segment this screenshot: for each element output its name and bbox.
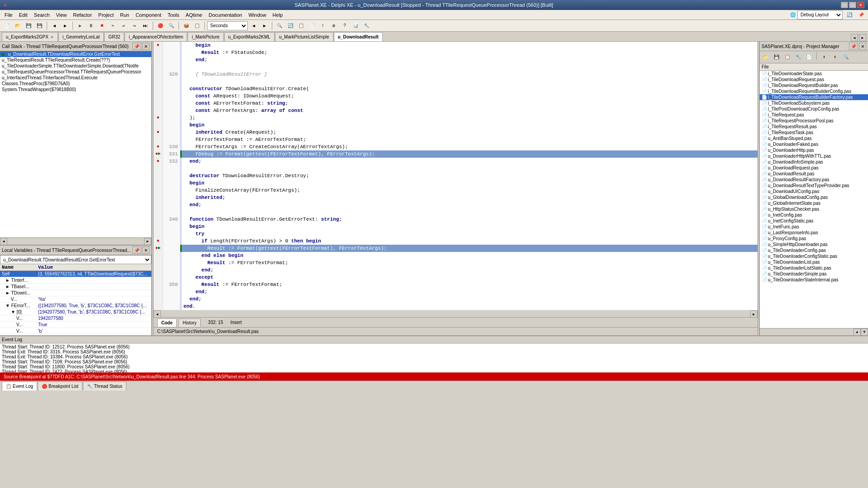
tree-item-10[interactable]: 📄 i_TileRequestTask.pas — [760, 130, 868, 135]
tb-new[interactable]: 📄 — [2, 21, 12, 31]
gutter-cell[interactable] — [154, 63, 163, 71]
code-text[interactable]: end; — [182, 201, 757, 208]
bottom-tab-event-log[interactable]: 📋 Event Log — [2, 382, 37, 391]
tb-call-stack[interactable]: 📋 — [192, 21, 202, 31]
tab-mark-picture-list[interactable]: u_MarkPictureListSimple — [275, 32, 333, 41]
tree-item-12[interactable]: 📄 u_DownloaderFaked.pas — [760, 141, 868, 147]
code-text[interactable]: except — [182, 274, 757, 281]
code-tab-code[interactable]: Code — [157, 319, 177, 327]
menu-file[interactable]: File — [2, 11, 15, 19]
code-text[interactable]: Result := FErrorTextFormat; — [182, 259, 757, 266]
code-text[interactable]: end; — [182, 288, 757, 295]
gutter-cell[interactable] — [154, 216, 163, 223]
gutter-cell[interactable] — [154, 71, 163, 78]
menu-refactor[interactable]: Refactor — [70, 11, 95, 19]
tb-paste[interactable]: 📄 — [307, 21, 317, 31]
code-text[interactable]: begin — [182, 42, 757, 49]
pm-tb-1[interactable]: 📁 — [761, 52, 771, 62]
gutter-cell[interactable] — [154, 223, 163, 230]
menu-component[interactable]: Component — [133, 11, 164, 19]
tree-item-35[interactable]: 📄 u_TileDownloaderStateInternal.pas — [760, 277, 868, 283]
code-text[interactable] — [182, 63, 757, 71]
debug-layout-select[interactable]: Debug Layout — [797, 10, 843, 19]
tab-appearance[interactable]: i_AppearanceOfVectorItem — [125, 32, 187, 41]
tab-download-result[interactable]: u_DownloadResult — [334, 32, 383, 41]
cs-item-0[interactable]: ▶ u_DownloadResult.TDownloadResultError.… — [0, 51, 151, 57]
code-text[interactable]: inherited Create(ARequest); — [182, 129, 757, 136]
tree-item-3[interactable]: 📄 i_TileDownloadRequestBuilderConfig.pas — [760, 88, 868, 94]
tree-item-7[interactable]: 📄 i_TileRequest.pas — [760, 112, 868, 118]
tb-open[interactable]: 📂 — [13, 21, 23, 31]
tree-item-21[interactable]: 📄 u_GlobalDownloadConfig.pas — [760, 194, 868, 200]
code-text[interactable]: try — [182, 230, 757, 237]
code-text[interactable]: Result := Format(gettext(FErrorTextForma… — [182, 245, 757, 252]
gutter-cell[interactable] — [154, 295, 163, 303]
tree-item-28[interactable]: 📄 u_ProxyConfig.pas — [760, 236, 868, 242]
tb-config[interactable]: ⚙ — [329, 21, 339, 31]
tabs-scroll-right[interactable]: ▶ — [859, 34, 866, 41]
code-text[interactable] — [182, 208, 757, 216]
tab-close-0[interactable]: ✕ — [50, 35, 54, 39]
locals-row-0[interactable]: ▼ [0] {1942077580, True, 'Ь', $73C1C08C,… — [0, 309, 151, 315]
gutter-cell[interactable] — [154, 230, 163, 237]
call-stack-close[interactable]: ✕ — [142, 43, 149, 50]
gutter-cell[interactable] — [154, 165, 163, 172]
tb-save[interactable]: 💾 — [24, 21, 34, 31]
code-text[interactable]: begin — [182, 223, 757, 230]
tree-item-2[interactable]: 📄 i_TileDownloadRequestBuilder.pas — [760, 82, 868, 88]
menu-run[interactable]: Run — [117, 11, 132, 19]
gutter-cell[interactable] — [154, 56, 163, 63]
gutter-cell[interactable] — [154, 172, 163, 179]
gutter-cell[interactable] — [154, 100, 163, 107]
cs-item-4[interactable]: u_InterfacedThread.TInterfacedThread.Exe… — [0, 75, 151, 81]
code-text[interactable]: const AErrorTextFormat: string; — [182, 100, 757, 107]
gutter-cell[interactable]: ● — [154, 158, 163, 165]
code-text[interactable]: if Length(FErrorTextArgs) > 0 then begin — [182, 237, 757, 245]
gutter-cell[interactable] — [154, 208, 163, 216]
menu-documentation[interactable]: Documentation — [206, 11, 245, 19]
tree-item-15[interactable]: 📄 u_DownloadInfoSimple.pas — [760, 159, 868, 165]
gutter-cell[interactable] — [154, 78, 163, 85]
pm-close[interactable]: ✕ — [859, 43, 866, 50]
minimize-button[interactable]: ─ — [841, 2, 848, 8]
code-text[interactable]: FinalizeConstArray(FErrorTextArgs); — [182, 187, 757, 194]
gutter-cell[interactable] — [154, 92, 163, 100]
code-text[interactable]: constructor TDownloadResultError.Create( — [182, 85, 757, 92]
code-scroll-left[interactable]: ◀ — [154, 310, 161, 318]
code-text[interactable]: end. — [182, 303, 757, 310]
close-button[interactable]: ✕ — [857, 2, 864, 8]
pm-tb-3[interactable]: 📋 — [782, 52, 792, 62]
code-text[interactable]: { TDownloadResultError } — [182, 71, 757, 78]
locals-row-tdownl[interactable]: ► TDownl... — [0, 290, 151, 296]
menu-help[interactable]: Help — [270, 11, 286, 19]
code-text[interactable]: Result := FStatusCode; — [182, 49, 757, 56]
cs-item-3[interactable]: u_TileRequestQueueProcessorThread.TTileR… — [0, 69, 151, 75]
toolbar-btn-2[interactable]: 📌 — [856, 10, 866, 20]
pm-pin[interactable]: 📌 — [849, 43, 858, 50]
tree-item-26[interactable]: 📄 u_InetFunc.pas — [760, 224, 868, 230]
tree-item-20[interactable]: 📄 u_DownloadUIConfig.pas — [760, 188, 868, 194]
tb-arrow-right[interactable]: ▶ — [260, 21, 270, 31]
tree-item-31[interactable]: 📄 u_TileDownloaderConfigStatic.pas — [760, 253, 868, 259]
maximize-button[interactable]: □ — [849, 2, 856, 8]
tree-item-14[interactable]: 📄 u_DownloaderHttpWithTTL.pas — [760, 153, 868, 159]
locals-row-ferrort[interactable]: ▼ FErrorT... ({1942077580, True, 'Ь', $7… — [0, 303, 151, 309]
locals-row-v-1942[interactable]: V... 1942077580 — [0, 315, 151, 322]
pm-tb-7[interactable]: ⬇ — [830, 52, 840, 62]
gutter-cell[interactable] — [154, 259, 163, 266]
locals-row-self[interactable]: Self (3, 556492762313, nil, TTileDownloa… — [0, 271, 151, 277]
gutter-cell[interactable] — [154, 201, 163, 208]
menu-window[interactable]: Window — [246, 11, 269, 19]
pm-tb-5[interactable]: 📄 — [804, 52, 814, 62]
bottom-tab-breakpoint-list[interactable]: 🔴 Breakpoint List — [38, 382, 82, 391]
tb-toggle-bp[interactable]: 🔴 — [155, 21, 165, 31]
gutter-cell[interactable] — [154, 179, 163, 187]
tree-item-27[interactable]: 📄 u_LastResponseInfo.pas — [760, 230, 868, 236]
gutter-cell[interactable] — [154, 107, 163, 114]
tree-item-1[interactable]: 📄 i_TileDownloadRequest.pas — [760, 77, 868, 82]
tab-export-marks-kml[interactable]: u_ExportMarks2KML — [224, 32, 275, 41]
code-text[interactable] — [182, 165, 757, 172]
gutter-cell[interactable]: ● — [154, 143, 163, 150]
tb-search[interactable]: 🔍 — [275, 21, 285, 31]
tabs-scroll-left[interactable]: ◀ — [851, 34, 858, 41]
